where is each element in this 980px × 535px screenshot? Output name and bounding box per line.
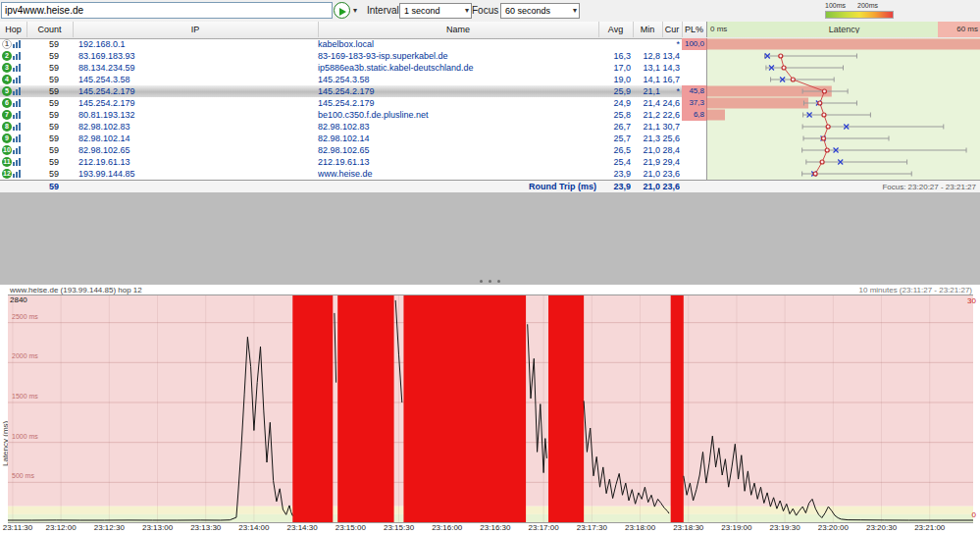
pingplotter-window: ▾ Interval 1 second ▾ Focus 60 seconds ▾… [0, 0, 980, 535]
table-row[interactable]: 10 59 82.98.102.65 82.98.102.65 26,5 21,… [0, 144, 980, 156]
table-row[interactable]: 3 59 88.134.234.59 ip5886ea3b.static.kab… [0, 62, 980, 74]
x-tick-label: 23:16:30 [478, 523, 513, 532]
name-cell: www.heise.de [318, 168, 596, 180]
timeline-graph-icon [13, 76, 22, 83]
cur-cell: 13,4 [662, 50, 680, 62]
header-packet-loss[interactable]: PL% [682, 22, 707, 37]
latency-scale-title: Latency [707, 22, 980, 33]
count-cell: 59 [26, 109, 59, 121]
x-tick-label: 23:18:00 [623, 523, 658, 532]
cur-cell: 28,4 [662, 144, 680, 156]
table-row[interactable]: 11 59 212.19.61.13 212.19.61.13 25,4 21,… [0, 156, 980, 168]
focus-select[interactable]: 60 seconds ▾ [500, 3, 580, 19]
table-row[interactable]: 8 59 82.98.102.83 82.98.102.83 26,7 21,1… [0, 121, 980, 133]
min-cell: 21,2 [633, 109, 660, 121]
hop-cell: 4 [0, 74, 26, 85]
timeline-title: www.heise.de (193.99.144.85) hop 12 [10, 286, 142, 294]
timeline-plot[interactable] [8, 294, 973, 523]
min-cell: 21,0 [633, 144, 660, 156]
x-tick-label: 23:15:30 [382, 523, 417, 532]
count-cell: 59 [26, 133, 59, 144]
table-row[interactable]: 7 59 80.81.193.132 be100.c350.f.de.plusl… [0, 109, 980, 121]
x-tick-label: 23:19:30 [767, 523, 802, 532]
name-cell: 212.19.61.13 [318, 156, 596, 168]
packet-loss-cell [682, 156, 706, 168]
min-cell: 13,1 [633, 62, 660, 74]
hop-number-badge: 6 [2, 98, 12, 108]
table-body: 1 59 192.168.0.1 kabelbox.local * 100,0 … [0, 38, 980, 180]
cur-cell: 25,6 [662, 133, 680, 144]
play-icon [339, 8, 346, 16]
packet-loss-cell [682, 62, 706, 74]
x-tick-label: 23:21:00 [912, 523, 948, 532]
x-tick-label: 23:15:00 [333, 523, 368, 532]
count-cell: 59 [26, 50, 59, 62]
cur-cell: 30,7 [662, 121, 680, 133]
header-avg[interactable]: Avg [598, 22, 634, 37]
count-cell: 59 [26, 144, 59, 156]
splitter-dot-icon [497, 280, 500, 283]
avg-cell: 25,9 [598, 85, 631, 97]
hop-cell: 12 [0, 168, 26, 180]
timeline-graph-icon [13, 146, 22, 154]
count-cell: 59 [26, 85, 59, 97]
header-min[interactable]: Min [633, 22, 663, 37]
header-cur[interactable]: Cur [662, 22, 683, 37]
table-row[interactable]: 12 59 193.99.144.85 www.heise.de 23,9 21… [0, 168, 980, 180]
splitter-dot-icon [489, 280, 491, 283]
table-row[interactable]: 1 59 192.168.0.1 kabelbox.local * 100,0 [0, 38, 980, 50]
header-latency-scale: Latency 0 ms 60 ms [706, 22, 980, 37]
target-input[interactable] [1, 2, 333, 19]
table-row[interactable]: 4 59 145.254.3.58 145.254.3.58 19,0 14,1… [0, 74, 980, 85]
hop-cell: 3 [0, 62, 26, 74]
hop-number-badge: 8 [2, 122, 12, 132]
cur-cell: * [662, 85, 680, 97]
timeline-graph-icon [13, 123, 22, 131]
header-count[interactable]: Count [26, 22, 74, 37]
count-cell: 59 [26, 38, 59, 50]
hop-cell: 2 [0, 50, 26, 62]
avg-cell: 23,9 [598, 168, 631, 180]
header-hop[interactable]: Hop [0, 22, 27, 37]
table-row[interactable]: 9 59 82.98.102.14 82.98.102.14 25,7 21,3… [0, 133, 980, 144]
packet-loss-cell [682, 168, 706, 180]
avg-cell: 16,3 [598, 50, 631, 62]
header-name[interactable]: Name [318, 22, 599, 37]
ip-cell: 192.168.0.1 [78, 38, 314, 50]
min-cell: 21,9 [633, 156, 660, 168]
splitter-handle[interactable] [0, 275, 980, 283]
play-dropdown-caret-icon[interactable]: ▾ [353, 6, 357, 15]
avg-cell [598, 38, 631, 50]
timeline-chart[interactable] [8, 295, 973, 522]
timeline-panel: www.heise.de (193.99.144.85) hop 12 10 m… [0, 285, 980, 535]
avg-cell: 17,0 [598, 62, 631, 74]
count-cell: 59 [26, 121, 59, 133]
name-cell: 145.254.2.179 [318, 97, 596, 109]
cur-cell: 23,6 [662, 168, 680, 180]
focus-label: Focus [472, 5, 498, 16]
ip-cell: 212.19.61.13 [78, 156, 314, 168]
latency-gradient-bar [825, 11, 894, 19]
header-ip[interactable]: IP [73, 22, 319, 37]
packet-loss-cell [682, 50, 706, 62]
packet-loss-cell: 45,8 [682, 85, 706, 97]
min-cell: 21,3 [633, 133, 660, 144]
name-cell: 145.254.3.58 [318, 74, 596, 85]
hop-cell: 8 [0, 121, 26, 133]
hop-cell: 5 [0, 85, 26, 97]
table-row[interactable]: 2 59 83.169.183.93 83-169-183-93-isp.sup… [0, 50, 980, 62]
table-row[interactable]: 6 59 145.254.2.179 145.254.2.179 24,9 21… [0, 97, 980, 109]
min-cell: 21,1 [633, 121, 660, 133]
ip-cell: 82.98.102.65 [78, 144, 314, 156]
count-cell: 59 [26, 168, 59, 180]
y-axis-max-label: 2840 [10, 295, 27, 304]
interval-select[interactable]: 1 second ▾ [399, 3, 472, 19]
timeline-graph-icon [13, 170, 22, 178]
min-cell [633, 38, 660, 50]
packet-loss-min-label: 0 [972, 510, 976, 519]
hop-number-badge: 11 [2, 157, 12, 167]
packet-loss-cell [682, 133, 706, 144]
ip-cell: 83.169.183.93 [78, 50, 314, 62]
play-button[interactable] [334, 2, 350, 19]
table-row[interactable]: 5 59 145.254.2.179 145.254.2.179 25,9 21… [0, 85, 980, 97]
